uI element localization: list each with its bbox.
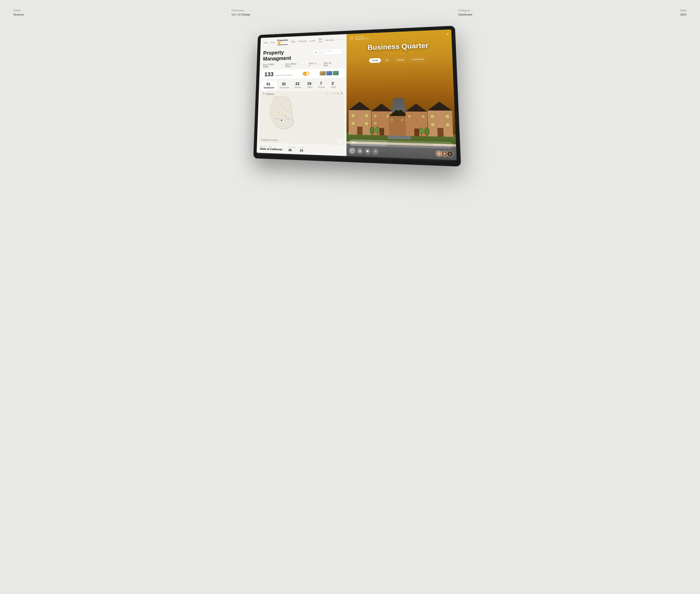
prop-type-apartment[interactable]: 32○ Apartment [277,81,292,90]
house-r2-roof [405,103,427,111]
nav-bild-out[interactable]: Bild Out [318,38,322,43]
filter-type[interactable]: Type: All Type + [323,62,338,67]
rp-avatar-img-2: B [442,151,447,157]
rp-action-icons: 🔍 🖼 💬 ✕ [349,147,379,155]
map-text-1: San Francisco [274,118,280,119]
search-placeholder: Search by type or location... [318,50,341,54]
house-1-door [357,127,362,135]
tree-l1-top [370,127,375,134]
house-1-win-1 [351,113,355,118]
house-r1-body [427,110,453,137]
expand-map-btn[interactable]: Intelligent Assistant [261,139,278,141]
tree-l1 [370,127,375,137]
rp-tab-commercial[interactable]: Commercial [409,57,427,62]
prop-type-houses[interactable]: 22○ Houses [292,80,304,90]
tree-l2-top [375,127,380,133]
tree-l2 [375,127,380,137]
house-r3-roof [389,109,405,116]
house-1-roof [349,102,371,110]
prop-type-office[interactable]: 19○ Office [304,80,316,90]
house-r1-win-2 [445,114,450,119]
tree-r2-top [424,128,429,135]
zoom-plus-btn[interactable]: + [339,139,343,143]
map-tool-flag[interactable]: ⚑ [340,92,343,95]
stats-label: Meets the parameters [275,74,292,76]
nav-rate[interactable]: Rate [291,40,295,43]
star-icon[interactable]: ☆ [337,38,340,41]
house-r1-win-3 [430,122,435,127]
rp-logo-text: Real Estate Management Tool [355,35,369,40]
stats-row: 133 Meets the parameters ⤢ [261,68,344,79]
nav-lease[interactable]: Lease [310,39,316,42]
rp-tab-rentit[interactable]: Rentit [369,58,381,63]
rp-action-chat[interactable]: 💬 [364,148,371,155]
monitor: Deal Tour Properties 11 Rate Proposal Le… [254,26,460,166]
nav-properties[interactable]: Properties 11 [277,39,288,45]
rp-action-image[interactable]: 🖼 [357,148,363,154]
rp-tab-leasing[interactable]: Leasing [393,57,407,62]
house-2-win-1 [373,114,377,118]
left-panel: Deal Tour Properties 11 Rate Proposal Le… [257,34,347,156]
nav-icons: ☆ ⋯ [337,38,345,41]
house-1-win-4 [364,121,369,126]
rp-logo-line2: Management Tool [355,38,369,40]
rp-avatar-3: C [447,151,453,157]
filter-type-plus: + [337,63,338,65]
rp-action-close[interactable]: ✕ [372,148,379,155]
filter-area-plus: + [305,64,306,66]
filter-area[interactable]: Area: 150m2 - 600m2 + [285,63,306,68]
rp-logo: 🏠 Real Estate Management Tool [349,35,369,41]
trees-right [419,128,429,138]
toggle-button[interactable] [303,72,309,76]
prop-type-hotel[interactable]: 2○ Hotel [328,80,339,90]
meta-category: Category: Dashboard [458,9,472,16]
tree-r2 [424,128,429,138]
nav-deal[interactable]: Deal [263,41,268,44]
rp-menu-icon[interactable]: ≡ [446,32,449,36]
tree-r1 [419,128,423,138]
house-r1-door [437,128,444,137]
map-tool-pencil[interactable]: ✏ [333,92,335,95]
map-tool-target[interactable]: ⊕ [337,92,339,95]
dots-icon[interactable]: ⋯ [342,38,345,41]
rp-action-search[interactable]: 🔍 [349,147,355,154]
rp-tab-sell[interactable]: Sell [382,58,392,63]
tree-l1-trunk [372,133,373,137]
filter-floor[interactable]: Floor: 2 - 4 + [309,62,320,67]
client-value: Tenancy [13,13,24,16]
rp-avatar-img-1: A [436,151,442,156]
map-tools: ⤢ ○ ✏ ⊕ ⚑ [326,92,343,95]
stat-group: On Lease 36○ In Plan 15○ [288,146,305,153]
monitor-wrapper: Deal Tour Properties 11 Rate Proposal Le… [13,29,687,160]
map-tool-move[interactable]: ⤢ [326,92,328,95]
map-text-2: Los Angeles [285,118,291,119]
nav-revenue[interactable]: Revenue [325,38,334,41]
prop-type-rooms[interactable]: 7○ Rooms [315,80,328,90]
rp-avatar-img-3: C [447,151,453,157]
nav-tour[interactable]: Tour [271,41,275,44]
map-section: 📍 California ⤢ ○ ✏ ⊕ ⚑ [259,91,344,145]
house-r3-body [389,116,406,136]
house-r1-win-4 [445,123,450,127]
california-map-svg: San Francisco Los Angeles Fresno [261,95,317,132]
tree-r1-top [419,128,423,134]
prop-type-townhouse[interactable]: 51○ Townhouse [261,81,277,90]
house-r1 [427,102,453,137]
house-r3-win-2 [401,118,404,122]
nav-proposal[interactable]: Proposal [298,40,307,43]
screen: Deal Tour Properties 11 Rate Proposal Le… [257,29,456,160]
right-panel: 🏠 Real Estate Management Tool ≡ Business… [347,29,457,160]
rp-avatars: A B C [436,151,453,157]
house-1 [349,102,371,135]
expand-icon[interactable]: ⤢ [339,72,341,74]
meta-discovery: Discovery: UX / UI Design [232,9,251,16]
search-box[interactable]: 🔍 Search by type or location... [312,48,343,56]
map-tool-circle[interactable]: ○ [330,92,331,95]
filter-price-plus: + [281,64,282,66]
filter-price[interactable]: Price: 2000$ - 4000$ + [263,63,282,68]
meta-date: Date: 2024 [680,9,687,16]
tree-r1-trunk [421,134,422,136]
date-label: Date: [680,9,687,12]
rp-logo-icon: 🏠 [349,36,354,41]
ia-label: Intelligent Assistant [261,139,278,141]
